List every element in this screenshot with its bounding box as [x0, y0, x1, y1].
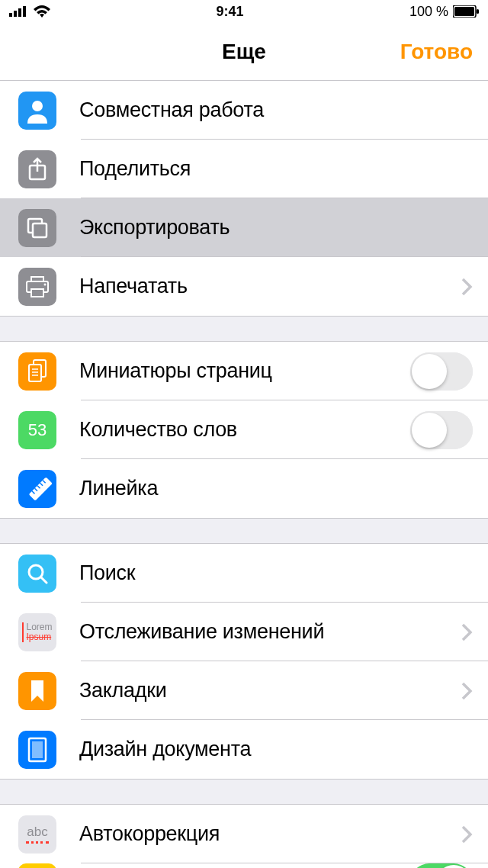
toggle-wordcount[interactable] — [410, 411, 473, 449]
svg-rect-3 — [23, 6, 26, 17]
row-page-thumbnails[interactable]: Миниатюры страниц — [0, 342, 488, 400]
row-search[interactable]: Поиск — [0, 544, 488, 603]
row-print[interactable]: Напечатать — [0, 257, 488, 316]
svg-rect-14 — [31, 289, 43, 297]
print-icon — [18, 268, 56, 306]
row-export[interactable]: Экспортировать — [0, 198, 488, 257]
row-label: Напечатать — [79, 275, 461, 298]
bookmark-icon — [18, 672, 56, 710]
row-label: Миниатюры страниц — [79, 359, 410, 383]
row-label: Экспортировать — [79, 216, 473, 240]
person-icon — [18, 92, 56, 130]
row-label: Линейка — [79, 477, 473, 500]
autocorrect-icon: abc — [18, 815, 56, 854]
group-share: Совместная работа Поделиться Экспортиров… — [0, 81, 488, 317]
status-bar: 9:41 100 % — [0, 0, 488, 23]
svg-rect-6 — [477, 9, 479, 14]
row-word-count[interactable]: 53 Количество слов — [0, 400, 488, 459]
row-label: Совместная работа — [79, 98, 473, 122]
row-track-changes[interactable]: Lorem Ipsum Отслеживание изменений — [0, 603, 488, 661]
page-title: Еще — [222, 40, 266, 64]
svg-point-7 — [32, 101, 43, 111]
svg-rect-11 — [33, 223, 47, 237]
share-icon — [18, 150, 56, 188]
wordcount-icon: 53 — [18, 411, 56, 449]
row-share[interactable]: Поделиться — [0, 140, 488, 198]
svg-rect-2 — [18, 8, 21, 17]
row-label: Отслеживание изменений — [79, 620, 461, 644]
row-bookmarks[interactable]: Закладки — [0, 661, 488, 720]
row-document-design[interactable]: Дизайн документа — [0, 720, 488, 779]
battery-icon — [453, 5, 479, 18]
document-design-icon — [18, 731, 56, 769]
signal-icon — [9, 6, 27, 17]
svg-rect-17 — [29, 365, 41, 381]
wifi-icon — [34, 5, 50, 18]
search-icon — [18, 555, 56, 593]
row-comments[interactable]: Комментарии — [0, 863, 488, 868]
toggle-thumbnails[interactable] — [410, 352, 473, 391]
status-time: 9:41 — [216, 4, 243, 20]
row-autocorrect[interactable]: abc Автокоррекция — [0, 805, 488, 863]
group-view: Миниатюры страниц 53 Количество слов Лин… — [0, 341, 488, 519]
group-settings: abc Автокоррекция Комментарии — [0, 804, 488, 868]
comments-icon — [18, 863, 56, 868]
chevron-right-icon — [461, 277, 473, 297]
toggle-comments[interactable] — [410, 863, 473, 868]
pages-icon — [18, 352, 56, 391]
chevron-right-icon — [461, 825, 473, 844]
svg-point-15 — [44, 283, 47, 285]
row-ruler[interactable]: Линейка — [0, 459, 488, 518]
ipsum-text: Ipsum — [26, 632, 52, 642]
svg-rect-5 — [454, 7, 474, 16]
row-collaborate[interactable]: Совместная работа — [0, 81, 488, 140]
row-label: Закладки — [79, 679, 461, 702]
row-label: Поиск — [79, 561, 473, 585]
row-label: Автокоррекция — [79, 822, 461, 846]
export-icon — [18, 209, 56, 247]
ruler-icon — [18, 470, 56, 508]
lorem-text: Lorem — [26, 622, 52, 632]
row-label: Количество слов — [79, 418, 410, 442]
group-tools: Поиск Lorem Ipsum Отслеживание изменений… — [0, 543, 488, 780]
done-button[interactable]: Готово — [400, 40, 473, 64]
svg-line-28 — [41, 577, 47, 583]
chevron-right-icon — [461, 622, 473, 642]
track-changes-icon: Lorem Ipsum — [18, 613, 56, 651]
abc-text: abc — [27, 825, 47, 840]
navbar: Еще Готово — [0, 23, 488, 81]
svg-rect-30 — [32, 741, 43, 758]
svg-rect-1 — [14, 11, 17, 17]
battery-percent: 100 % — [409, 4, 448, 20]
svg-rect-0 — [9, 13, 12, 17]
svg-rect-21 — [29, 477, 52, 500]
row-label: Поделиться — [79, 157, 473, 181]
row-label: Дизайн документа — [79, 738, 473, 761]
chevron-right-icon — [461, 681, 473, 701]
